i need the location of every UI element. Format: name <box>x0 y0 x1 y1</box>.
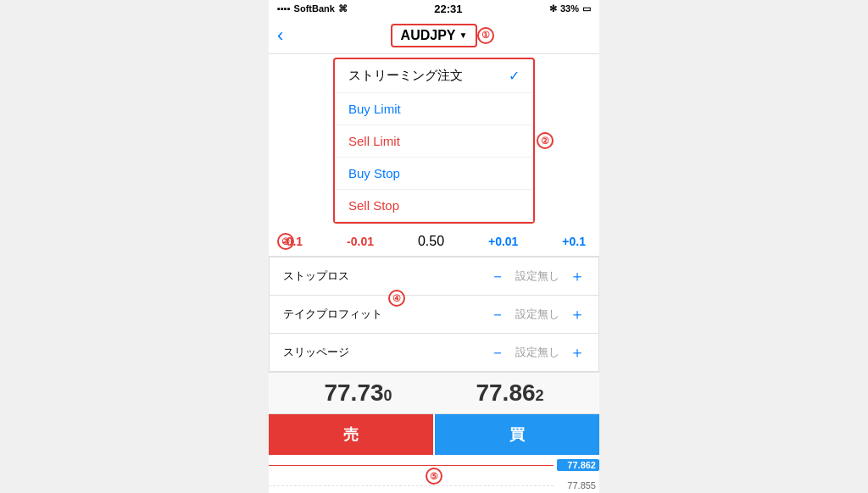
stop-loss-plus[interactable]: ＋ <box>570 266 585 286</box>
chart-price-1: 77.855 <box>557 480 599 490</box>
battery-icon: ▭ <box>582 3 591 14</box>
qty-minus-001[interactable]: -0.01 <box>347 235 374 248</box>
stop-loss-minus[interactable]: － <box>490 266 505 286</box>
annotation-4: ④ <box>388 290 405 307</box>
back-button[interactable]: ‹ <box>277 25 283 47</box>
slippage-minus[interactable]: － <box>490 342 505 363</box>
slippage-plus[interactable]: ＋ <box>570 342 585 363</box>
dropdown-item-streaming[interactable]: ストリーミング注文 ✓ <box>335 59 533 93</box>
dropdown-item-buy-limit[interactable]: Buy Limit <box>335 93 533 125</box>
sell-price-sup: 0 <box>384 387 392 405</box>
slippage-value: 設定無し <box>515 345 559 360</box>
take-profit-plus[interactable]: ＋ <box>570 304 585 324</box>
currency-pair-selector[interactable]: AUDJPY ▼ <box>391 24 478 47</box>
take-profit-label: テイクプロフィット <box>283 307 382 322</box>
buy-button[interactable]: 買 <box>435 414 599 455</box>
battery-level: 33% <box>560 3 579 14</box>
buy-price: 77.86 2 <box>476 379 543 407</box>
qty-value: 0.50 <box>418 234 444 249</box>
stop-loss-row: ストップロス － 設定無し ＋ <box>270 258 598 296</box>
status-right: ✻ 33% ▭ <box>549 3 591 14</box>
annotation-3: ③ <box>277 233 294 250</box>
checkmark-icon: ✓ <box>509 68 520 84</box>
take-profit-minus[interactable]: － <box>490 304 505 324</box>
slippage-row: スリッページ － 設定無し ＋ <box>270 334 598 372</box>
phone-screen: ▪▪▪▪ SoftBank ⌘ 22:31 ✻ 33% ▭ ‹ AUDJPY ▼… <box>269 0 599 493</box>
sell-button[interactable]: 売 <box>269 414 433 455</box>
status-left: ▪▪▪▪ SoftBank ⌘ <box>277 3 348 14</box>
annotation-5: ⑤ <box>426 468 442 485</box>
status-time: 22:31 <box>434 3 462 15</box>
price-display: 77.73 0 77.86 2 <box>269 373 599 414</box>
currency-pair-label: AUDJPY <box>401 28 456 43</box>
slippage-controls: － 設定無し ＋ <box>490 342 585 363</box>
nav-bar: ‹ AUDJPY ▼ ① <box>269 17 599 54</box>
take-profit-row: テイクプロフィット － 設定無し ＋ <box>270 296 598 334</box>
take-profit-value: 設定無し <box>515 307 559 322</box>
wifi-icon: ⌘ <box>338 3 348 14</box>
qty-plus-01[interactable]: +0.1 <box>562 235 586 248</box>
quantity-row: ③ -0.1 -0.01 0.50 +0.01 +0.1 <box>269 227 599 257</box>
dropdown-item-buy-stop[interactable]: Buy Stop <box>335 158 533 190</box>
chart-price-0: 77.862 <box>557 459 599 471</box>
qty-plus-001[interactable]: +0.01 <box>488 235 518 248</box>
annotation-2: ② <box>537 132 554 149</box>
take-profit-controls: － 設定無し ＋ <box>490 304 585 324</box>
dropdown-item-sell-stop[interactable]: Sell Stop <box>335 190 533 222</box>
stop-loss-label: ストップロス <box>283 269 349 284</box>
settings-area: ストップロス － 設定無し ＋ テイクプロフィット － 設定無し ＋ スリッペー… <box>269 257 599 373</box>
stop-loss-controls: － 設定無し ＋ <box>490 266 585 286</box>
sell-price: 77.73 0 <box>324 379 392 407</box>
chart-line-1 <box>269 485 554 486</box>
stop-loss-value: 設定無し <box>515 269 559 284</box>
status-bar: ▪▪▪▪ SoftBank ⌘ 22:31 ✻ 33% ▭ <box>269 0 599 17</box>
chart-line-0 <box>269 465 554 466</box>
signal-bars: ▪▪▪▪ <box>277 3 291 14</box>
dropdown-arrow-icon: ▼ <box>459 30 468 40</box>
main-content: ストリーミング注文 ✓ Buy Limit Sell Limit Buy Sto… <box>269 54 599 493</box>
buy-price-main: 77.86 <box>476 379 535 407</box>
annotation-1: ① <box>477 27 494 44</box>
carrier-name: SoftBank <box>294 3 335 14</box>
buy-price-sup: 2 <box>536 387 544 405</box>
order-type-dropdown: ストリーミング注文 ✓ Buy Limit Sell Limit Buy Sto… <box>333 58 535 224</box>
dropdown-item-sell-limit[interactable]: Sell Limit <box>335 125 533 158</box>
slippage-label: スリッページ <box>283 345 349 360</box>
chart-area: 77.862 77.855 77.840 77.825 <box>269 455 599 493</box>
bluetooth-icon: ✻ <box>549 3 557 14</box>
action-buttons: 売 買 <box>269 414 599 455</box>
sell-price-main: 77.73 <box>324 379 383 407</box>
